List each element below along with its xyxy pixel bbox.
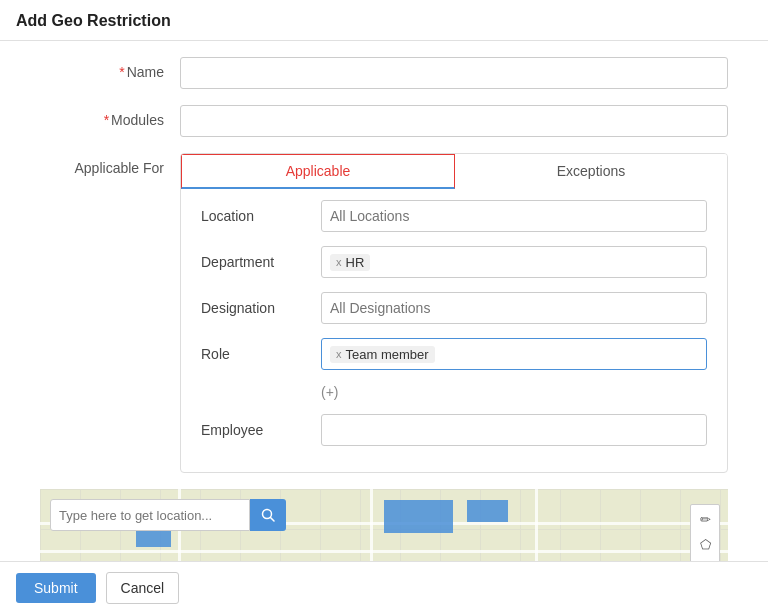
pencil-icon: ✏ (700, 512, 711, 527)
form-footer: Submit Cancel (0, 561, 768, 614)
tab-applicable[interactable]: Applicable (181, 154, 455, 189)
svg-line-1 (271, 518, 275, 522)
tab-exceptions[interactable]: Exceptions (455, 154, 727, 188)
road-v3 (535, 489, 538, 561)
panel-content: Location Department x HR (181, 188, 727, 472)
add-condition-row: (+) (201, 384, 707, 400)
required-star: * (119, 64, 124, 80)
form-content: *Name *Modules Applicable For Applicable… (0, 41, 768, 561)
map-tools: ✏ ⬠ ◼ (690, 504, 720, 561)
page-title: Add Geo Restriction (16, 12, 171, 29)
submit-button[interactable]: Submit (16, 573, 96, 603)
road-h2 (40, 550, 728, 553)
building-2 (384, 500, 453, 533)
location-row: Location (201, 200, 707, 232)
location-input[interactable] (321, 200, 707, 232)
modules-row: *Modules (40, 105, 728, 137)
pentagon-icon: ⬠ (700, 537, 711, 552)
employee-input[interactable] (321, 414, 707, 446)
designation-label: Designation (201, 300, 321, 316)
cancel-button[interactable]: Cancel (106, 572, 180, 604)
form-header: Add Geo Restriction (0, 0, 768, 41)
role-label: Role (201, 346, 321, 362)
tabs-wrapper: Applicable Exceptions (181, 154, 727, 188)
applicable-for-panel: Applicable Exceptions Location Departmen… (180, 153, 728, 473)
map-search-button[interactable] (250, 499, 286, 531)
department-row: Department x HR (201, 246, 707, 278)
role-tag: x Team member (330, 346, 435, 363)
name-row: *Name (40, 57, 728, 89)
role-tag-remove[interactable]: x (336, 348, 342, 360)
modules-input[interactable] (180, 105, 728, 137)
employee-row: Employee (201, 414, 707, 446)
designation-input[interactable] (321, 292, 707, 324)
department-input[interactable]: x HR (321, 246, 707, 278)
pentagon-tool-button[interactable]: ⬠ (694, 533, 716, 555)
applicable-for-label: Applicable For (40, 153, 180, 176)
name-input[interactable] (180, 57, 728, 89)
map-search-bar (50, 499, 286, 531)
modules-label: *Modules (40, 105, 180, 128)
designation-row: Designation (201, 292, 707, 324)
building-3 (467, 500, 508, 522)
department-tag-remove[interactable]: x (336, 256, 342, 268)
department-label: Department (201, 254, 321, 270)
page-container: Add Geo Restriction *Name *Modules Appli… (0, 0, 768, 614)
add-condition-button[interactable]: (+) (321, 384, 339, 400)
required-star-modules: * (104, 112, 109, 128)
applicable-for-row: Applicable For Applicable Exceptions Loc… (40, 153, 728, 473)
department-tag: x HR (330, 254, 370, 271)
map-section: ✏ ⬠ ◼ (40, 489, 728, 561)
employee-label: Employee (201, 422, 321, 438)
road-v2 (370, 489, 373, 561)
pencil-tool-button[interactable]: ✏ (694, 508, 716, 530)
location-label: Location (201, 208, 321, 224)
map-search-input[interactable] (50, 499, 250, 531)
name-label: *Name (40, 57, 180, 80)
search-icon (261, 508, 275, 522)
square-tool-button[interactable]: ◼ (694, 558, 716, 561)
role-input[interactable]: x Team member (321, 338, 707, 370)
role-row: Role x Team member (201, 338, 707, 370)
